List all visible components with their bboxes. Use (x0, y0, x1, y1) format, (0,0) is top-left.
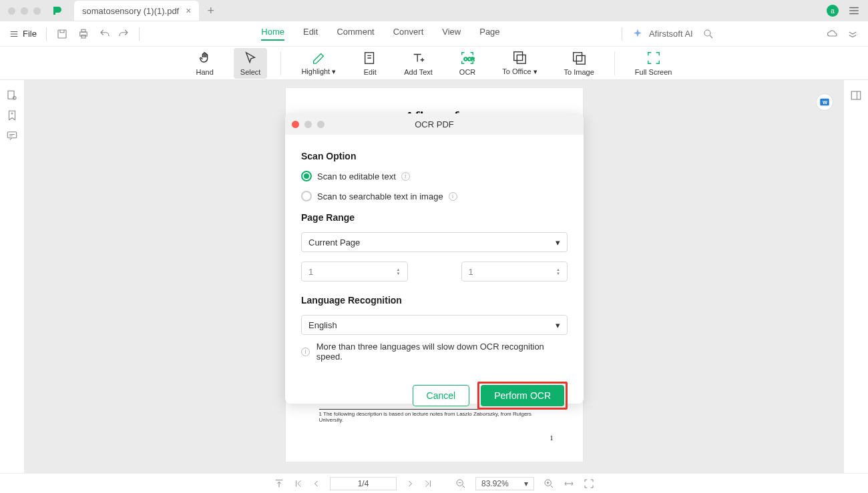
save-icon[interactable] (56, 28, 68, 40)
edit-icon (363, 51, 377, 65)
zoom-select[interactable]: 83.92% ▾ (475, 477, 534, 490)
thumbnails-icon[interactable] (6, 89, 18, 101)
dialog-minimize-icon (304, 121, 312, 128)
avatar[interactable]: a (827, 5, 839, 17)
minimize-window-icon[interactable] (21, 7, 28, 15)
tool-toimage[interactable]: To Image (558, 48, 601, 79)
separator (46, 27, 47, 41)
svg-rect-3 (81, 35, 85, 38)
right-rail (844, 80, 868, 473)
tool-addtext[interactable]: Add Text (397, 48, 439, 79)
range-to-input[interactable]: 1 ▲▼ (461, 262, 568, 282)
print-icon[interactable] (77, 28, 89, 40)
highlight-annotation: Perform OCR (477, 382, 568, 410)
hand-icon (198, 51, 212, 65)
dialog-close-icon[interactable] (292, 121, 299, 128)
top-menu: Home Edit Comment Convert View Page (261, 27, 499, 41)
range-from-input[interactable]: 1 ▲▼ (301, 262, 408, 282)
svg-rect-9 (574, 52, 582, 61)
last-page-icon[interactable] (423, 479, 433, 488)
first-page-icon[interactable] (294, 479, 303, 488)
left-rail (0, 80, 24, 473)
fullscreen-icon (646, 51, 661, 65)
word-export-badge[interactable]: W (816, 93, 833, 111)
radio-scan-searchable[interactable]: Scan to searchable text in image i (301, 191, 568, 201)
language-heading: Language Recognition (301, 295, 568, 306)
cursor-icon (243, 51, 258, 65)
cancel-button[interactable]: Cancel (413, 385, 470, 406)
cloud-icon[interactable] (827, 28, 839, 40)
fit-page-icon[interactable] (584, 478, 594, 489)
spinner-arrows-icon[interactable]: ▲▼ (556, 268, 560, 276)
separator (139, 27, 140, 41)
ai-section[interactable]: Afirstsoft AI (632, 28, 693, 40)
tab-page[interactable]: Page (479, 27, 499, 41)
perform-ocr-button[interactable]: Perform OCR (481, 385, 564, 406)
highlighter-icon (311, 50, 326, 65)
svg-rect-10 (577, 55, 586, 64)
separator (622, 27, 622, 41)
page-number: 1 (550, 434, 554, 442)
tool-select[interactable]: Select (234, 48, 268, 79)
maximize-window-icon[interactable] (33, 7, 41, 15)
info-icon[interactable]: i (449, 192, 457, 201)
page-range-select[interactable]: Current Page ▾ (301, 232, 568, 252)
svg-point-12 (13, 97, 17, 100)
zoom-out-icon[interactable] (455, 478, 466, 489)
office-icon (512, 50, 527, 65)
radio-icon (301, 171, 312, 181)
separator (614, 51, 615, 75)
close-window-icon[interactable] (8, 7, 15, 15)
prev-page-icon[interactable] (312, 480, 320, 488)
tool-hand[interactable]: Hand (190, 48, 220, 79)
warning-row: i More than three languages will slow do… (301, 342, 568, 362)
menu-icon (9, 29, 19, 39)
info-icon[interactable]: i (401, 172, 410, 181)
scan-option-heading: Scan Option (301, 151, 568, 161)
new-tab-button[interactable]: + (207, 4, 214, 18)
tool-ocr[interactable]: OCR OCR (453, 48, 482, 79)
tab-comment[interactable]: Comment (337, 27, 374, 41)
svg-text:W: W (823, 99, 828, 105)
undo-icon[interactable] (99, 28, 111, 40)
panel-icon[interactable] (850, 89, 862, 101)
tool-highlight[interactable]: Highlight ▾ (294, 47, 343, 79)
svg-text:OCR: OCR (464, 55, 475, 61)
svg-rect-0 (58, 30, 66, 38)
svg-point-4 (704, 30, 710, 36)
close-tab-icon[interactable]: × (186, 5, 191, 16)
collapse-icon[interactable] (847, 28, 859, 40)
tab-title: somatosensory (1)(1).pdf (82, 6, 179, 16)
next-page-icon[interactable] (406, 480, 414, 488)
tool-fullscreen[interactable]: Full Screen (628, 48, 679, 79)
ribbon-toolbar: Hand Select Highlight ▾ Edit Add Text OC… (0, 47, 868, 80)
comment-icon[interactable] (6, 129, 18, 141)
radio-scan-editable[interactable]: Scan to editable text i (301, 171, 568, 181)
tool-tooffice[interactable]: To Office ▾ (495, 47, 544, 79)
chevron-down-icon: ▾ (556, 320, 560, 330)
tab-convert[interactable]: Convert (393, 27, 424, 41)
zoom-in-icon[interactable] (544, 478, 554, 489)
status-bar: 1/4 83.92% ▾ (0, 473, 868, 493)
document-tab[interactable]: somatosensory (1)(1).pdf × (74, 1, 199, 21)
scroll-top-icon[interactable] (274, 478, 284, 489)
fit-width-icon[interactable] (564, 478, 574, 489)
dialog-titlebar: OCR PDF (285, 113, 584, 135)
title-bar: somatosensory (1)(1).pdf × + a (0, 0, 868, 21)
tab-view[interactable]: View (442, 27, 461, 41)
bookmark-icon[interactable] (6, 109, 18, 121)
spinner-arrows-icon[interactable]: ▲▼ (397, 268, 401, 276)
language-select[interactable]: English ▾ (301, 315, 568, 335)
file-menu[interactable]: File (9, 29, 37, 39)
hamburger-menu-icon[interactable] (848, 5, 860, 17)
dialog-title-text: OCR PDF (415, 119, 454, 129)
radio-icon (301, 191, 312, 201)
tab-home[interactable]: Home (261, 27, 284, 41)
page-indicator[interactable]: 1/4 (330, 477, 397, 490)
search-icon[interactable] (702, 28, 714, 40)
ocr-icon: OCR (460, 51, 475, 65)
app-logo-icon (51, 5, 63, 17)
tab-edit[interactable]: Edit (303, 27, 318, 41)
redo-icon[interactable] (118, 28, 130, 40)
tool-edit[interactable]: Edit (356, 48, 384, 79)
